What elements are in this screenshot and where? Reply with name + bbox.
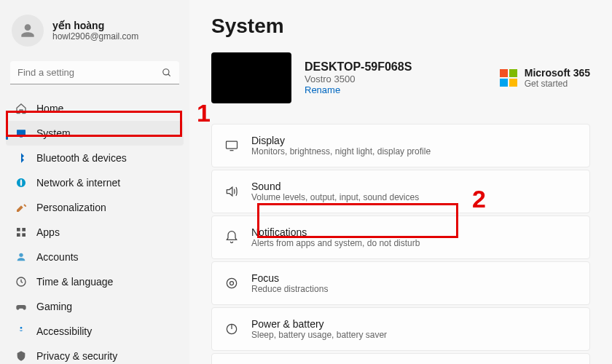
avatar bbox=[12, 15, 44, 47]
power-icon bbox=[224, 322, 240, 336]
card-desc: Sleep, battery usage, battery saver bbox=[251, 330, 387, 340]
card-sound[interactable]: Sound Volume levels, output, input, soun… bbox=[211, 170, 590, 213]
device-summary: DESKTOP-59F068S Vostro 3500 Rename Micro… bbox=[211, 52, 590, 103]
device-name: DESKTOP-59F068S bbox=[305, 60, 412, 74]
microsoft-365-card[interactable]: Microsoft 365 Get started bbox=[500, 67, 590, 89]
sidebar: yến hoàng howl2906@gmail.com Home System… bbox=[0, 0, 189, 364]
card-title: Sound bbox=[251, 181, 419, 192]
svg-point-14 bbox=[230, 282, 234, 285]
card-notifications[interactable]: Notifications Alerts from apps and syste… bbox=[211, 215, 590, 259]
sidebar-item-label: Personalization bbox=[36, 202, 106, 213]
card-text: Sound Volume levels, output, input, soun… bbox=[251, 181, 419, 202]
sidebar-item-label: Home bbox=[36, 103, 63, 114]
svg-rect-3 bbox=[20, 137, 23, 138]
card-desc: Monitors, brightness, night light, displ… bbox=[251, 146, 431, 157]
sidebar-item-network[interactable]: Network & internet bbox=[6, 170, 184, 195]
card-desc: Alerts from apps and system, do not dist… bbox=[251, 238, 420, 248]
sidebar-item-system[interactable]: System bbox=[6, 121, 184, 146]
sidebar-item-accounts[interactable]: Accounts bbox=[6, 245, 184, 269]
page-title: System bbox=[211, 15, 590, 38]
focus-icon bbox=[224, 276, 240, 290]
person-icon bbox=[18, 21, 37, 40]
card-title: Display bbox=[251, 135, 431, 146]
card-focus[interactable]: Focus Reduce distractions bbox=[211, 261, 590, 305]
svg-rect-2 bbox=[17, 130, 26, 135]
sidebar-item-label: Privacy & security bbox=[36, 350, 117, 362]
sidebar-item-bluetooth[interactable]: Bluetooth & devices bbox=[6, 146, 184, 170]
nav: Home System Bluetooth & devices Network … bbox=[6, 96, 184, 364]
search bbox=[10, 61, 179, 84]
privacy-icon bbox=[15, 349, 28, 363]
card-desc: Volume levels, output, input, sound devi… bbox=[251, 192, 419, 202]
card-text: Notifications Alerts from apps and syste… bbox=[251, 226, 420, 248]
apps-icon bbox=[15, 226, 28, 239]
main-content: System DESKTOP-59F068S Vostro 3500 Renam… bbox=[189, 0, 612, 364]
profile-name: yến hoàng bbox=[52, 20, 138, 31]
card-text: Focus Reduce distractions bbox=[251, 272, 328, 294]
bluetooth-icon bbox=[15, 151, 28, 165]
svg-rect-7 bbox=[22, 233, 26, 237]
profile-info: yến hoàng howl2906@gmail.com bbox=[52, 20, 138, 41]
svg-point-13 bbox=[227, 278, 236, 288]
sidebar-item-time[interactable]: Time & language bbox=[6, 269, 184, 294]
time-icon bbox=[15, 275, 28, 288]
card-title: Focus bbox=[251, 272, 328, 284]
sidebar-item-personalization[interactable]: Personalization bbox=[6, 195, 184, 220]
svg-point-8 bbox=[19, 253, 23, 257]
svg-point-10 bbox=[20, 327, 23, 329]
device-model: Vostro 3500 bbox=[305, 74, 412, 84]
card-desc: Reduce distractions bbox=[251, 284, 328, 294]
cloud-sub: Get started bbox=[525, 79, 590, 89]
sidebar-item-label: Accounts bbox=[36, 251, 79, 263]
notifications-icon bbox=[224, 230, 240, 245]
settings-cards: Display Monitors, brightness, night ligh… bbox=[211, 124, 590, 364]
search-input[interactable] bbox=[10, 61, 179, 84]
sidebar-item-label: Accessibility bbox=[36, 325, 92, 337]
card-text: Display Monitors, brightness, night ligh… bbox=[251, 135, 431, 157]
sidebar-item-apps[interactable]: Apps bbox=[6, 220, 184, 245]
personalization-icon bbox=[15, 201, 28, 214]
home-icon bbox=[15, 102, 28, 115]
microsoft-365-text: Microsoft 365 Get started bbox=[525, 67, 590, 89]
sidebar-item-label: Apps bbox=[36, 226, 60, 238]
sidebar-item-gaming[interactable]: Gaming bbox=[6, 294, 184, 319]
svg-rect-4 bbox=[17, 228, 20, 232]
accounts-icon bbox=[15, 250, 28, 264]
sidebar-item-accessibility[interactable]: Accessibility bbox=[6, 319, 184, 344]
svg-rect-5 bbox=[22, 228, 26, 232]
card-title: Notifications bbox=[251, 226, 420, 238]
sidebar-item-label: Network & internet bbox=[36, 177, 120, 189]
network-icon bbox=[15, 176, 28, 189]
cloud-title: Microsoft 365 bbox=[525, 67, 590, 79]
profile-email: howl2906@gmail.com bbox=[52, 31, 138, 41]
settings-window: yến hoàng howl2906@gmail.com Home System… bbox=[0, 0, 612, 364]
system-icon bbox=[15, 127, 28, 140]
microsoft-logo-icon bbox=[500, 69, 517, 87]
sidebar-item-label: Gaming bbox=[36, 301, 72, 312]
svg-rect-6 bbox=[17, 233, 20, 237]
display-icon bbox=[224, 138, 240, 153]
card-title: Power & battery bbox=[251, 318, 387, 330]
card-storage[interactable]: Storage Storage space, drives, configura… bbox=[211, 353, 590, 364]
card-power[interactable]: Power & battery Sleep, battery usage, ba… bbox=[211, 307, 590, 351]
gaming-icon bbox=[15, 300, 28, 313]
card-display[interactable]: Display Monitors, brightness, night ligh… bbox=[211, 124, 590, 167]
sidebar-item-home[interactable]: Home bbox=[6, 96, 184, 121]
profile[interactable]: yến hoàng howl2906@gmail.com bbox=[6, 12, 184, 58]
sidebar-item-label: Time & language bbox=[36, 276, 113, 288]
svg-rect-11 bbox=[227, 141, 238, 149]
card-text: Power & battery Sleep, battery usage, ba… bbox=[251, 318, 387, 340]
sidebar-item-label: System bbox=[36, 127, 71, 139]
accessibility-icon bbox=[15, 325, 28, 338]
sidebar-item-label: Bluetooth & devices bbox=[36, 152, 127, 164]
device-info: DESKTOP-59F068S Vostro 3500 Rename bbox=[305, 60, 412, 95]
device-thumbnail bbox=[211, 52, 291, 103]
sound-icon bbox=[224, 184, 240, 199]
rename-link[interactable]: Rename bbox=[305, 84, 412, 95]
sidebar-item-privacy[interactable]: Privacy & security bbox=[6, 344, 184, 364]
